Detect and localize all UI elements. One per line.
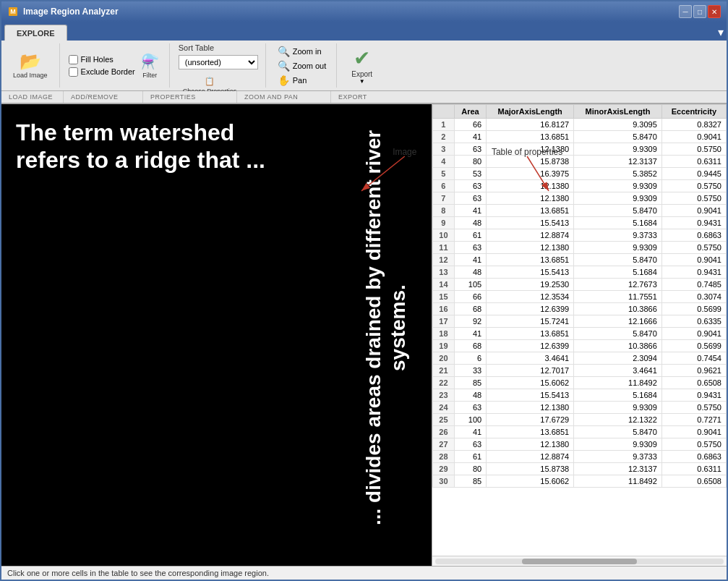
table-row[interactable]: 179215.724112.16660.6335	[433, 315, 727, 328]
table-cell-col-1[interactable]: 6	[454, 352, 486, 365]
table-cell-col-3[interactable]: 9.9309	[574, 438, 662, 451]
table-cell-col-0[interactable]: 6	[433, 180, 455, 192]
table-cell-col-3[interactable]: 5.8470	[574, 254, 662, 266]
table-cell-col-0[interactable]: 4	[433, 156, 455, 168]
table-row[interactable]: 24113.68515.84700.9041	[433, 131, 727, 143]
table-cell-col-4[interactable]: 0.9621	[661, 365, 726, 377]
table-cell-col-1[interactable]: 48	[454, 389, 486, 402]
table-cell-col-0[interactable]: 14	[433, 279, 455, 291]
table-row[interactable]: 246312.13809.93090.5750	[433, 402, 727, 414]
table-row[interactable]: 286112.88749.37330.6863	[433, 451, 727, 463]
table-row[interactable]: 66312.13809.93090.5750	[433, 180, 727, 192]
table-cell-col-2[interactable]: 13.6851	[487, 426, 574, 438]
table-cell-col-0[interactable]: 12	[433, 254, 455, 266]
table-cell-col-3[interactable]: 5.8470	[574, 426, 662, 438]
table-cell-col-1[interactable]: 80	[454, 463, 486, 475]
table-row[interactable]: 228515.606211.84920.6508	[433, 377, 727, 389]
table-cell-col-0[interactable]: 9	[433, 217, 455, 229]
export-button[interactable]: ✔ Export ▼	[346, 43, 378, 88]
pan-button[interactable]: ✋ Pan	[275, 74, 329, 87]
table-cell-col-1[interactable]: 41	[454, 426, 486, 438]
table-cell-col-2[interactable]: 12.1380	[487, 242, 574, 254]
table-cell-col-0[interactable]: 26	[433, 426, 455, 438]
table-cell-col-3[interactable]: 9.9309	[574, 242, 662, 254]
table-cell-col-1[interactable]: 66	[454, 119, 486, 131]
table-cell-col-4[interactable]: 0.9041	[661, 328, 726, 340]
table-cell-col-2[interactable]: 16.3975	[487, 168, 574, 180]
table-row[interactable]: 94815.54135.16840.9431	[433, 217, 727, 229]
table-cell-col-0[interactable]: 27	[433, 438, 455, 451]
table-row[interactable]: 124113.68515.84700.9041	[433, 254, 727, 266]
exclude-border-row[interactable]: Exclude Border	[69, 67, 135, 77]
table-cell-col-4[interactable]: 0.7485	[661, 279, 726, 291]
table-row[interactable]: 156612.353411.75510.3074	[433, 291, 727, 303]
table-cell-col-4[interactable]: 0.9431	[661, 266, 726, 279]
table-row[interactable]: 298015.873812.31370.6311	[433, 463, 727, 475]
table-cell-col-0[interactable]: 5	[433, 168, 455, 180]
table-cell-col-1[interactable]: 41	[454, 205, 486, 217]
horizontal-scrollbar[interactable]	[432, 556, 727, 566]
table-cell-col-2[interactable]: 12.8874	[487, 229, 574, 242]
table-cell-col-3[interactable]: 5.1684	[574, 266, 662, 279]
table-cell-col-2[interactable]: 15.5413	[487, 266, 574, 279]
data-table-wrapper[interactable]: Area MajorAxisLength MinorAxisLength Ecc…	[432, 104, 727, 556]
table-cell-col-2[interactable]: 12.3534	[487, 291, 574, 303]
table-row[interactable]: 213312.70173.46410.9621	[433, 365, 727, 377]
table-cell-col-3[interactable]: 11.8492	[574, 475, 662, 488]
table-cell-col-1[interactable]: 92	[454, 315, 486, 328]
table-cell-col-1[interactable]: 41	[454, 328, 486, 340]
table-cell-col-2[interactable]: 13.6851	[487, 328, 574, 340]
table-cell-col-3[interactable]: 12.1322	[574, 414, 662, 426]
table-cell-col-1[interactable]: 63	[454, 438, 486, 451]
table-cell-col-2[interactable]: 12.1380	[487, 143, 574, 156]
table-cell-col-1[interactable]: 53	[454, 168, 486, 180]
table-cell-col-4[interactable]: 0.9041	[661, 254, 726, 266]
table-cell-col-1[interactable]: 63	[454, 143, 486, 156]
table-cell-col-0[interactable]: 2	[433, 131, 455, 143]
table-cell-col-1[interactable]: 68	[454, 303, 486, 315]
col-header-eccentricity[interactable]: Eccentricity	[661, 105, 726, 119]
table-row[interactable]: 2063.46412.30940.7454	[433, 352, 727, 365]
table-cell-col-0[interactable]: 24	[433, 402, 455, 414]
table-cell-col-1[interactable]: 80	[454, 156, 486, 168]
table-cell-col-0[interactable]: 1	[433, 119, 455, 131]
table-cell-col-0[interactable]: 19	[433, 340, 455, 352]
table-cell-col-1[interactable]: 63	[454, 402, 486, 414]
table-row[interactable]: 55316.39755.38520.9445	[433, 168, 727, 180]
table-row[interactable]: 106112.88749.37330.6863	[433, 229, 727, 242]
fill-holes-row[interactable]: Fill Holes	[69, 55, 135, 64]
maximize-button[interactable]: □	[693, 5, 706, 18]
sort-select[interactable]: (unsorted)	[179, 55, 258, 69]
table-cell-col-2[interactable]: 12.1380	[487, 402, 574, 414]
table-cell-col-3[interactable]: 5.1684	[574, 217, 662, 229]
table-cell-col-0[interactable]: 25	[433, 414, 455, 426]
table-cell-col-2[interactable]: 12.6399	[487, 340, 574, 352]
table-cell-col-3[interactable]: 12.3137	[574, 463, 662, 475]
table-cell-col-2[interactable]: 15.5413	[487, 217, 574, 229]
table-cell-col-4[interactable]: 0.9041	[661, 131, 726, 143]
table-cell-col-1[interactable]: 105	[454, 279, 486, 291]
table-row[interactable]: 84113.68515.84700.9041	[433, 205, 727, 217]
table-row[interactable]: 166812.639910.38660.5699	[433, 303, 727, 315]
table-cell-col-4[interactable]: 0.6311	[661, 463, 726, 475]
table-cell-col-0[interactable]: 3	[433, 143, 455, 156]
col-header-minor[interactable]: MinorAxisLength	[574, 105, 662, 119]
table-cell-col-3[interactable]: 9.3733	[574, 451, 662, 463]
table-cell-col-0[interactable]: 30	[433, 475, 455, 488]
zoom-out-button[interactable]: 🔍 Zoom out	[275, 59, 329, 72]
table-cell-col-1[interactable]: 100	[454, 414, 486, 426]
table-cell-col-1[interactable]: 63	[454, 192, 486, 205]
table-cell-col-4[interactable]: 0.9041	[661, 426, 726, 438]
table-cell-col-0[interactable]: 11	[433, 242, 455, 254]
col-header-area[interactable]: Area	[454, 105, 486, 119]
table-cell-col-1[interactable]: 63	[454, 180, 486, 192]
table-cell-col-0[interactable]: 22	[433, 377, 455, 389]
minimize-button[interactable]: ─	[679, 5, 692, 18]
table-cell-col-1[interactable]: 85	[454, 377, 486, 389]
table-cell-col-4[interactable]: 0.9431	[661, 217, 726, 229]
table-cell-col-3[interactable]: 11.7551	[574, 291, 662, 303]
table-row[interactable]: 2510017.672912.13220.7271	[433, 414, 727, 426]
table-cell-col-4[interactable]: 0.7271	[661, 414, 726, 426]
table-cell-col-4[interactable]: 0.5750	[661, 180, 726, 192]
table-cell-col-0[interactable]: 21	[433, 365, 455, 377]
